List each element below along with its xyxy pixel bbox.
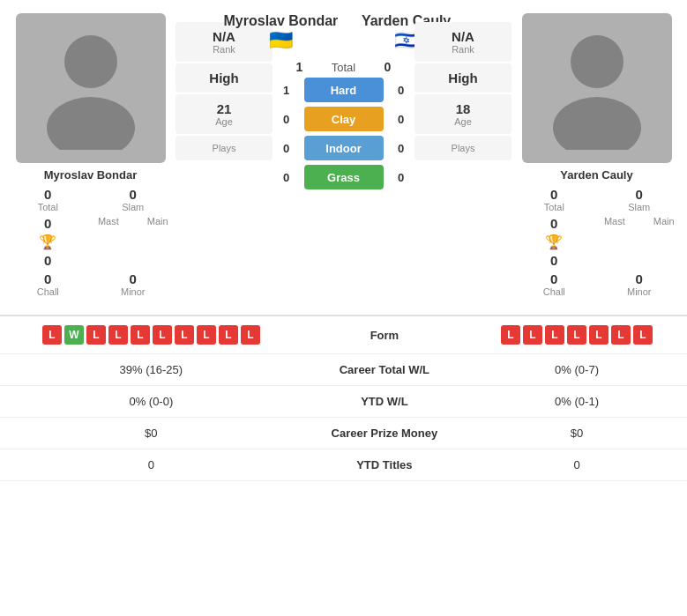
stats-row: 39% (16-25) Career Total W/L 0% (0-7) (0, 354, 687, 386)
player1-header-name: Myroslav Bondar (224, 13, 339, 29)
player1-card: Myroslav Bondar 0 Total 0 Slam 0 🏆 (9, 13, 172, 297)
form-row: LWLLLLLLLL Form LLLLLLL (0, 316, 687, 354)
player2-age-box: 18 Age (414, 94, 512, 134)
stat-p1-value: $0 (0, 418, 302, 449)
stats-row: $0 Career Prize Money $0 (0, 418, 687, 449)
player1-name: Myroslav Bondar (44, 168, 137, 182)
player2-mast-label-row: Mast Main (601, 216, 679, 268)
player1-total: 0 Total (9, 187, 87, 212)
player1-flag: 🇺🇦 (269, 29, 293, 52)
stat-p2-value: 0 (467, 449, 687, 481)
player1-mast-label-row: Mast Main (94, 216, 173, 268)
player1-avatar (16, 13, 166, 163)
surface-row-indoor: 0 Indoor 0 (273, 136, 414, 160)
stat-p2-value: 0% (0-7) (467, 354, 687, 386)
player1-mast-row: 0 🏆 0 (9, 216, 87, 268)
player2-form: LLLLLLL (467, 316, 687, 354)
player1-chall: 0 Chall (9, 271, 87, 297)
svg-point-3 (553, 97, 641, 150)
player2-total: 0 Total (515, 187, 594, 212)
stats-row: 0 YTD Titles 0 (0, 449, 687, 481)
player1-stats: 0 Total 0 Slam 0 🏆 0 (9, 187, 172, 297)
player2-stats: 0 Total 0 Slam 0 🏆 0 (515, 187, 678, 297)
main-layout: Myroslav Bondar 0 Total 0 Slam 0 🏆 (0, 0, 687, 481)
player1-form: LWLLLLLLLL (0, 316, 302, 354)
svg-point-0 (64, 35, 117, 88)
player2-card: Yarden Cauly 0 Total 0 Slam 0 🏆 0 (515, 13, 678, 297)
left-player-area: Myroslav Bondar 0 Total 0 Slam 0 🏆 (9, 13, 213, 297)
total-label: Total (317, 61, 370, 74)
player2-rank-box: N/A Rank (414, 22, 512, 62)
player2-slam: 0 Slam (601, 187, 679, 212)
svg-point-1 (47, 97, 135, 150)
trophy2-icon: 🏆 (545, 234, 563, 250)
svg-point-2 (571, 35, 624, 88)
form-label: Form (302, 316, 467, 354)
player2-plays-box: Plays (414, 136, 512, 160)
surface-row-grass: 0 Grass 0 (273, 165, 414, 189)
player2-minor: 0 Minor (601, 271, 679, 297)
player2-level-box: High (414, 63, 512, 93)
total-row: 1 Total 0 (287, 60, 401, 74)
right-player-area: Yarden Cauly 0 Total 0 Slam 0 🏆 0 (474, 13, 678, 297)
stats-table: LWLLLLLLLL Form LLLLLLL 39% (16-25) Care… (0, 316, 687, 481)
player2-middle-stats: N/A Rank High 18 Age Plays (414, 22, 512, 160)
top-content: Myroslav Bondar 0 Total 0 Slam 0 🏆 (0, 0, 687, 306)
player1-slam: 0 Slam (94, 187, 173, 212)
player2-name: Yarden Cauly (560, 168, 632, 182)
stats-row: 0% (0-0) YTD W/L 0% (0-1) (0, 386, 687, 418)
stat-p2-value: $0 (467, 418, 687, 449)
player2-avatar (522, 13, 672, 163)
p2-total: 0 (375, 60, 401, 74)
trophy1-icon: 🏆 (39, 234, 56, 250)
p1-total: 1 (287, 60, 313, 74)
stat-p2-value: 0% (0-1) (467, 386, 687, 418)
stat-label: YTD Titles (302, 449, 467, 481)
stat-p1-value: 39% (16-25) (0, 354, 302, 386)
stat-label: YTD W/L (302, 386, 467, 418)
bottom-section: LWLLLLLLLL Form LLLLLLL 39% (16-25) Care… (0, 315, 687, 481)
player1-header: Myroslav Bondar 🇺🇦 (218, 13, 343, 52)
surface-row-hard: 1 Hard 0 (273, 78, 414, 102)
stat-label: Career Total W/L (302, 354, 467, 386)
stat-p1-value: 0 (0, 449, 302, 481)
stat-p1-value: 0% (0-0) (0, 386, 302, 418)
player1-minor: 0 Minor (94, 271, 173, 297)
player2-mast-row: 0 🏆 0 (515, 216, 594, 268)
surface-row-clay: 0 Clay 0 (273, 107, 414, 131)
player2-chall: 0 Chall (515, 271, 594, 297)
stat-label: Career Prize Money (302, 418, 467, 449)
